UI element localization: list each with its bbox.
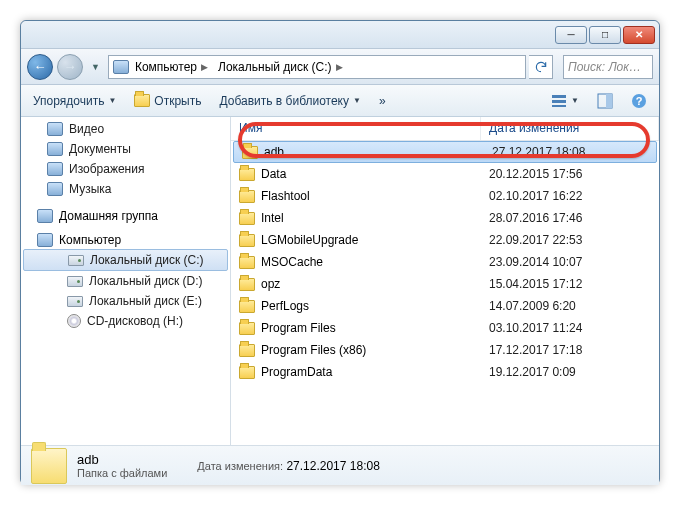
chevron-down-icon: ▼	[571, 96, 579, 105]
nav-row: ← → ▼ Компьютер ▶ Локальный диск (C:) ▶ …	[21, 49, 659, 85]
file-list[interactable]: adb27.12.2017 18:08Data20.12.2015 17:56F…	[231, 141, 659, 421]
file-row[interactable]: PerfLogs14.07.2009 6:20	[231, 295, 659, 317]
file-row[interactable]: Program Files (x86)17.12.2017 17:18	[231, 339, 659, 361]
content-area: Видео Документы Изображения Музыка Домаш…	[21, 117, 659, 445]
folder-icon	[239, 256, 255, 269]
back-button[interactable]: ←	[27, 54, 53, 80]
toolbar-overflow-button[interactable]: »	[375, 92, 390, 110]
file-name: LGMobileUpgrade	[261, 233, 358, 247]
file-row[interactable]: ProgramData19.12.2017 0:09	[231, 361, 659, 383]
file-row[interactable]: Flashtool02.10.2017 16:22	[231, 185, 659, 207]
open-button[interactable]: Открыть	[130, 92, 205, 110]
history-dropdown-icon[interactable]: ▼	[87, 62, 104, 72]
svg-rect-0	[552, 95, 566, 98]
file-row[interactable]: opz15.04.2015 17:12	[231, 273, 659, 295]
arrow-right-icon: →	[64, 59, 77, 74]
col-label: Дата изменения	[489, 121, 579, 135]
add-to-library-button[interactable]: Добавить в библиотеку ▼	[215, 92, 364, 110]
chevron-right-icon[interactable]: ▶	[336, 62, 343, 72]
drive-icon	[67, 296, 83, 307]
toolbar-label: Упорядочить	[33, 94, 104, 108]
file-row[interactable]: MSOCache23.09.2014 10:07	[231, 251, 659, 273]
column-name[interactable]: Имя	[231, 117, 481, 140]
file-name: Program Files	[261, 321, 336, 335]
search-placeholder: Поиск: Лок…	[568, 60, 641, 74]
minimize-button[interactable]: ─	[555, 26, 587, 44]
help-button[interactable]: ?	[627, 91, 651, 111]
address-bar[interactable]: Компьютер ▶ Локальный диск (C:) ▶	[108, 55, 526, 79]
details-pane: adb Папка с файлами Дата изменения: 27.1…	[21, 445, 659, 485]
images-icon	[47, 162, 63, 176]
file-date: 17.12.2017 17:18	[481, 343, 659, 357]
arrow-left-icon: ←	[34, 59, 47, 74]
drive-icon	[67, 276, 83, 287]
explorer-window: ─ □ ✕ ← → ▼ Компьютер ▶ Локальный диск (…	[20, 20, 660, 485]
nav-drive-d[interactable]: Локальный диск (D:)	[21, 271, 230, 291]
close-button[interactable]: ✕	[623, 26, 655, 44]
preview-pane-button[interactable]	[593, 91, 617, 111]
svg-text:?: ?	[636, 95, 643, 107]
file-row[interactable]: Intel28.07.2016 17:46	[231, 207, 659, 229]
preview-icon	[597, 93, 613, 109]
svg-rect-1	[552, 100, 566, 103]
file-date: 20.12.2015 17:56	[481, 167, 659, 181]
folder-icon	[239, 300, 255, 313]
folder-icon	[239, 344, 255, 357]
nav-label: CD-дисковод (H:)	[87, 314, 183, 328]
breadcrumb-computer[interactable]: Компьютер ▶	[131, 60, 212, 74]
drive-icon	[113, 60, 129, 74]
folder-icon	[242, 146, 258, 159]
nav-music[interactable]: Музыка	[21, 179, 230, 199]
nav-drive-e[interactable]: Локальный диск (E:)	[21, 291, 230, 311]
folder-icon	[239, 278, 255, 291]
nav-documents[interactable]: Документы	[21, 139, 230, 159]
file-row[interactable]: adb27.12.2017 18:08	[233, 141, 657, 163]
file-date: 23.09.2014 10:07	[481, 255, 659, 269]
nav-label: Музыка	[69, 182, 111, 196]
column-date[interactable]: Дата изменения	[481, 117, 659, 140]
breadcrumb-drive-c[interactable]: Локальный диск (C:) ▶	[214, 60, 347, 74]
folder-icon	[239, 322, 255, 335]
search-input[interactable]: Поиск: Лок…	[563, 55, 653, 79]
forward-button[interactable]: →	[57, 54, 83, 80]
file-row[interactable]: Data20.12.2015 17:56	[231, 163, 659, 185]
open-icon	[134, 94, 150, 107]
nav-label: Компьютер	[59, 233, 121, 247]
nav-drive-c[interactable]: Локальный диск (C:)	[23, 249, 228, 271]
column-headers: Имя Дата изменения	[231, 117, 659, 141]
nav-label: Изображения	[69, 162, 144, 176]
file-name: Program Files (x86)	[261, 343, 366, 357]
chevron-down-icon: ▼	[108, 96, 116, 105]
svg-rect-4	[606, 94, 612, 108]
folder-icon	[239, 212, 255, 225]
nav-homegroup[interactable]: Домашняя группа	[21, 209, 230, 223]
crumb-label: Локальный диск (C:)	[218, 60, 332, 74]
navigation-pane: Видео Документы Изображения Музыка Домаш…	[21, 117, 231, 445]
video-icon	[47, 122, 63, 136]
nav-images[interactable]: Изображения	[21, 159, 230, 179]
svg-rect-2	[552, 105, 566, 107]
chevron-right-icon[interactable]: ▶	[201, 62, 208, 72]
file-name: adb	[264, 145, 284, 159]
folder-icon	[239, 234, 255, 247]
view-options-button[interactable]: ▼	[547, 91, 583, 111]
nav-cd-h[interactable]: CD-дисковод (H:)	[21, 311, 230, 331]
crumb-label: Компьютер	[135, 60, 197, 74]
folder-icon	[239, 168, 255, 181]
maximize-button[interactable]: □	[589, 26, 621, 44]
nav-computer[interactable]: Компьютер	[21, 233, 230, 247]
refresh-button[interactable]	[529, 55, 553, 79]
file-row[interactable]: LGMobileUpgrade22.09.2017 22:53	[231, 229, 659, 251]
nav-label: Локальный диск (D:)	[89, 274, 203, 288]
folder-icon	[239, 190, 255, 203]
cd-icon	[67, 314, 81, 328]
help-icon: ?	[631, 93, 647, 109]
nav-video[interactable]: Видео	[21, 119, 230, 139]
toolbar-label: Добавить в библиотеку	[219, 94, 349, 108]
file-row[interactable]: Program Files03.10.2017 11:24	[231, 317, 659, 339]
folder-icon	[239, 366, 255, 379]
organize-button[interactable]: Упорядочить ▼	[29, 92, 120, 110]
homegroup-icon	[37, 209, 53, 223]
toolbar: Упорядочить ▼ Открыть Добавить в библиот…	[21, 85, 659, 117]
file-name: opz	[261, 277, 280, 291]
